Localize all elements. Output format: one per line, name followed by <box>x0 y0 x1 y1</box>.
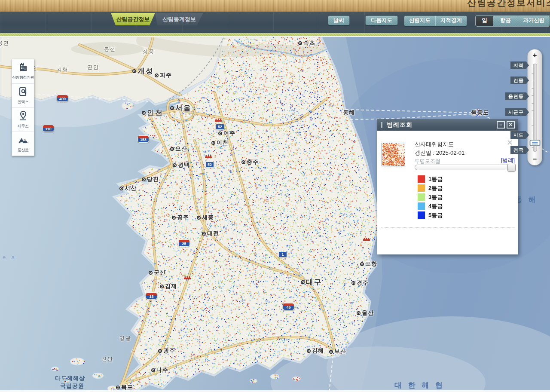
map-city-label-울산: 울산 <box>357 309 374 317</box>
zoom-level-tag-건물[interactable]: 건물 <box>510 77 529 84</box>
opacity-label: 투명도조절 <box>415 158 440 165</box>
city-marker-icon <box>151 368 155 372</box>
map-city-label-봉천: 봉천 <box>104 46 116 53</box>
tool-item-label: 등산로 <box>18 147 29 153</box>
city-marker-icon <box>158 349 162 353</box>
city-marker-icon <box>360 262 364 266</box>
map-tool-panel: 산림행정기관인덱스새주소등산로 <box>12 59 34 156</box>
city-marker-icon <box>170 106 174 110</box>
forest-map-button[interactable]: 산림지도 <box>404 16 435 26</box>
building-icon <box>18 59 28 74</box>
legend-title: 범례조회 <box>387 121 412 129</box>
map-city-label-공주: 공주 <box>172 214 189 221</box>
basemap-aerial-button[interactable]: 항공사진 <box>493 16 517 26</box>
legend-popup: 범례조회 – ✕ 산사태위험지도 갱신일 : 2025-02-01 투명도조절 … <box>377 119 518 254</box>
map-sea-label: 동 해 <box>515 195 538 205</box>
city-marker-icon <box>172 216 176 220</box>
map-sea-label: 다도해해상 <box>55 374 85 382</box>
zoom-slider-track[interactable] <box>533 64 537 152</box>
legend-row: 1등급 <box>418 175 443 184</box>
zoom-tick <box>532 125 534 126</box>
legend-class-label: 3등급 <box>428 193 443 201</box>
cadastral-boundary-button[interactable]: 지적경계 <box>435 16 467 26</box>
map-city-label-파주: 파주 <box>155 71 172 79</box>
legend-titlebar[interactable]: 범례조회 – ✕ <box>377 119 518 131</box>
opacity-slider-handle[interactable] <box>507 164 516 172</box>
map-city-label-경주: 경주 <box>351 279 369 287</box>
opacity-slider-track[interactable] <box>415 165 516 170</box>
zoom-level-tag-읍면동[interactable]: 읍면동 <box>505 92 529 100</box>
close-button[interactable]: ✕ <box>507 121 515 129</box>
tool-item-새주소[interactable]: 새주소 <box>12 107 34 132</box>
map-sea-label: e a <box>3 254 17 260</box>
tool-item-인덱스[interactable]: 인덱스 <box>12 83 34 107</box>
legend-class-label: 2등급 <box>428 184 443 192</box>
layer-name: 산사태위험지도 <box>415 141 454 148</box>
zoom-tick <box>532 103 534 104</box>
city-marker-icon <box>173 163 177 167</box>
map-city-label-나주: 나주 <box>151 366 168 374</box>
zoom-level-tag-전국[interactable]: 전국 <box>510 146 529 154</box>
map-city-label-속초: 속초 <box>298 39 315 47</box>
city-marker-icon <box>197 216 201 220</box>
tab-forest-statistics-info[interactable]: 산림통계정보 <box>155 13 203 25</box>
legend-link[interactable]: [범례] <box>501 157 515 164</box>
map-city-label-당진: 당진 <box>142 175 159 183</box>
tool-item-label: 산림행정기관 <box>12 75 34 80</box>
city-marker-icon <box>298 41 302 45</box>
legend-swatch <box>418 193 425 201</box>
road-shield-icon: 25 <box>178 239 190 247</box>
minimize-button[interactable]: – <box>497 121 505 129</box>
basemap-past-aerial-button[interactable]: 과거산림항공 <box>518 16 550 26</box>
legend-row: 4등급 <box>418 202 443 211</box>
tool-item-산림행정기관[interactable]: 산림행정기관 <box>12 59 34 83</box>
zoom-level-tag-시군구[interactable]: 시군구 <box>505 108 529 116</box>
tool-item-등산로[interactable]: 등산로 <box>12 132 34 156</box>
map-pin-icon <box>18 108 28 122</box>
layer-thumbnail <box>382 143 405 166</box>
city-marker-icon <box>301 280 305 284</box>
road-shield-icon: 110 <box>43 125 54 132</box>
map-city-label-여주: 여주 <box>218 129 235 137</box>
zoom-out-button[interactable]: − <box>528 156 542 163</box>
zoom-slider-bar: + − <box>527 49 542 165</box>
zoom-level-tag-지적[interactable]: 지적 <box>510 61 529 69</box>
layer-remove-icon[interactable]: ✕ <box>507 139 513 147</box>
zoom-tick <box>532 73 534 74</box>
zoom-level-tag-시도[interactable]: 시도 <box>510 131 529 139</box>
tab-forest-spatial-info[interactable]: 산림공간정보 <box>111 13 155 25</box>
road-shield-icon: 400 <box>57 95 68 102</box>
zoom-slider-handle[interactable] <box>529 140 540 146</box>
map-city-label-개성: 개성 <box>132 66 154 76</box>
landmark-icon <box>184 276 191 279</box>
legend-swatch <box>418 175 425 183</box>
road-shield-icon: 153 <box>138 135 149 143</box>
map-city-label-영광: 영광 <box>119 335 131 342</box>
city-marker-icon <box>357 311 361 315</box>
legend-swatch <box>418 202 425 210</box>
city-marker-icon <box>160 285 164 288</box>
basemap-normal-button[interactable]: 일반 <box>476 16 493 26</box>
layer-updated-date: 갱신일 : 2025-02-01 <box>415 149 464 157</box>
city-marker-icon <box>211 141 215 145</box>
weather-button[interactable]: 날씨 <box>328 15 350 25</box>
map-sea-label: 국립공원 <box>60 382 84 390</box>
landmark-icon <box>215 119 222 122</box>
road-shield-icon: 52 <box>216 124 224 130</box>
tool-item-label: 인덱스 <box>18 99 29 105</box>
legend-swatch <box>418 184 425 192</box>
map-sea-label: 대 한 해 협 <box>394 380 445 390</box>
city-marker-icon <box>142 111 146 115</box>
zoom-tick <box>532 66 534 66</box>
map-city-label-장풍: 장풍 <box>143 48 155 55</box>
map-city-label-인천: 인천 <box>142 108 163 118</box>
zoom-in-button[interactable]: + <box>528 52 542 59</box>
daum-map-button[interactable]: 다음지도 <box>365 15 398 25</box>
map-city-label-강령: 강령 <box>57 66 69 74</box>
map-city-label-충주: 충주 <box>241 158 259 166</box>
tool-item-label: 새주소 <box>18 123 29 129</box>
map-city-label-김해: 김해 <box>307 347 324 355</box>
header-wood-band: 산림공간정보서비스 <box>0 0 550 12</box>
map-city-label-오산: 오산 <box>170 145 187 153</box>
green-divider-strip <box>0 33 550 36</box>
